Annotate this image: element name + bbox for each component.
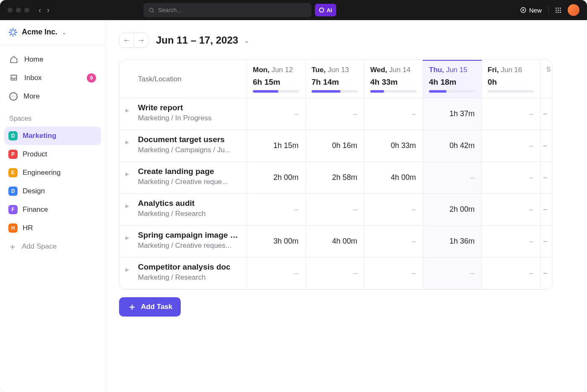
- ai-button[interactable]: AI: [315, 4, 336, 16]
- day-header[interactable]: Tue, Jun 137h 14m: [306, 60, 364, 98]
- task-path: Marketing / Research: [138, 273, 240, 282]
- user-avatar[interactable]: [568, 4, 579, 16]
- day-total: 4h 33m: [370, 78, 417, 87]
- svg-point-0: [149, 8, 153, 12]
- task-title: Competitor analysis doc: [138, 262, 240, 272]
- time-cell[interactable]: –: [482, 194, 540, 226]
- plus-icon: ＋: [127, 302, 137, 312]
- time-cell[interactable]: –: [247, 257, 306, 289]
- sidebar: Acme Inc. ⌄ Home Inbox 9: [0, 20, 106, 392]
- time-cell[interactable]: –: [482, 226, 540, 257]
- time-cell[interactable]: 0h 33m: [364, 130, 423, 162]
- time-cell[interactable]: 2h 00m: [423, 194, 482, 226]
- apps-grid-icon[interactable]: [556, 8, 561, 13]
- day-total: 4h 18m: [429, 78, 475, 87]
- space-tile-icon: F: [8, 205, 18, 214]
- expand-caret-icon[interactable]: ▶: [125, 171, 129, 177]
- time-cell[interactable]: –: [482, 98, 540, 130]
- task-row-label[interactable]: ▶Write reportMarketing / In Progress: [119, 98, 247, 130]
- date-range-picker[interactable]: ⌄: [244, 36, 249, 44]
- nav-inbox[interactable]: Inbox 9: [4, 69, 101, 87]
- sidebar-space-product[interactable]: PProduct: [4, 145, 101, 164]
- time-cell-overflow: –: [540, 162, 553, 194]
- time-cell[interactable]: –: [364, 194, 423, 226]
- expand-caret-icon[interactable]: ▶: [125, 267, 129, 273]
- space-tile-icon: D: [8, 131, 18, 140]
- time-cell[interactable]: 1h 37m: [423, 98, 482, 130]
- space-label: Design: [23, 187, 45, 195]
- task-row-label[interactable]: ▶Spring campaign image a...Marketing / C…: [119, 226, 247, 257]
- time-cell[interactable]: –: [482, 162, 540, 194]
- time-cell[interactable]: 3h 00m: [247, 226, 306, 257]
- search-input[interactable]: Search...: [143, 3, 312, 17]
- task-row-label[interactable]: ▶Analytics auditMarketing / Research: [119, 194, 247, 226]
- task-path: Marketing / Research: [138, 210, 240, 218]
- expand-caret-icon[interactable]: ▶: [125, 107, 129, 113]
- time-cell[interactable]: 0h 16m: [306, 130, 364, 162]
- task-path: Marketing / Creative reques...: [138, 241, 240, 250]
- sidebar-space-finance[interactable]: FFinance: [4, 200, 101, 219]
- add-task-button[interactable]: ＋ Add Task: [119, 297, 181, 317]
- time-cell[interactable]: –: [482, 130, 540, 162]
- time-cell[interactable]: –: [306, 257, 364, 289]
- expand-caret-icon[interactable]: ▶: [125, 235, 129, 241]
- task-row-label[interactable]: ▶Create landing pageMarketing / Creative…: [119, 162, 247, 194]
- task-row-label[interactable]: ▶Competitor analysis docMarketing / Rese…: [119, 257, 247, 289]
- prev-week-button[interactable]: ←: [119, 33, 134, 47]
- task-path: Marketing / Campaigns / Ju...: [138, 146, 240, 154]
- time-cell[interactable]: –: [306, 194, 364, 226]
- expand-caret-icon[interactable]: ▶: [125, 139, 129, 145]
- max-window-dot[interactable]: [24, 8, 29, 13]
- time-cell[interactable]: 2h 58m: [306, 162, 364, 194]
- close-window-dot[interactable]: [8, 8, 13, 13]
- day-header[interactable]: Thu, Jun 154h 18m: [423, 60, 482, 98]
- inbox-badge: 9: [87, 73, 96, 83]
- time-cell[interactable]: 0h 42m: [423, 130, 482, 162]
- time-cell[interactable]: 4h 00m: [306, 226, 364, 257]
- history-forward-icon[interactable]: ›: [47, 6, 49, 15]
- titlebar: ‹ › Search... AI New: [0, 0, 587, 20]
- sidebar-space-engineering[interactable]: EEngineering: [4, 164, 101, 182]
- time-cell[interactable]: –: [364, 98, 423, 130]
- time-cell[interactable]: 1h 36m: [423, 226, 482, 257]
- new-button[interactable]: New: [520, 7, 542, 14]
- time-cell[interactable]: –: [364, 257, 423, 289]
- min-window-dot[interactable]: [16, 8, 21, 13]
- task-path: Marketing / In Progress: [138, 114, 240, 122]
- ai-icon: [319, 8, 324, 13]
- history-back-icon[interactable]: ‹: [39, 6, 41, 15]
- svg-line-12: [14, 29, 16, 31]
- time-cell[interactable]: –: [423, 257, 482, 289]
- window-controls[interactable]: [8, 8, 29, 13]
- time-cell[interactable]: –: [364, 226, 423, 257]
- space-label: Engineering: [23, 169, 61, 177]
- home-icon: [9, 55, 18, 64]
- svg-line-10: [14, 34, 16, 35]
- day-header[interactable]: Mon, Jun 126h 15m: [247, 60, 306, 98]
- nav-home[interactable]: Home: [4, 50, 101, 69]
- time-cell[interactable]: –: [306, 98, 364, 130]
- add-space-button[interactable]: ＋ Add Space: [0, 237, 105, 256]
- space-label: Finance: [23, 205, 48, 214]
- sidebar-space-design[interactable]: DDesign: [4, 182, 101, 200]
- time-cell[interactable]: –: [247, 194, 306, 226]
- day-header[interactable]: Wed, Jun 144h 33m: [364, 60, 423, 98]
- search-placeholder: Search...: [158, 7, 182, 13]
- day-header[interactable]: Fri, Jun 160h: [482, 60, 540, 98]
- next-week-button[interactable]: →: [134, 33, 148, 47]
- time-cell[interactable]: 1h 15m: [247, 130, 306, 162]
- time-cell[interactable]: 2h 00m: [247, 162, 306, 194]
- time-cell[interactable]: –: [482, 257, 540, 289]
- task-path: Marketing / Creative reque...: [138, 178, 240, 186]
- nav-more[interactable]: More: [4, 87, 101, 106]
- task-row-label[interactable]: ▶Document target usersMarketing / Campai…: [119, 130, 247, 162]
- workspace-switcher[interactable]: Acme Inc. ⌄: [0, 20, 105, 44]
- svg-line-9: [10, 29, 12, 31]
- time-cell[interactable]: 4h 00m: [364, 162, 423, 194]
- sidebar-space-hr[interactable]: HHR: [4, 219, 101, 237]
- time-cell[interactable]: –: [423, 162, 482, 194]
- sidebar-space-marketing[interactable]: DMarketing: [4, 127, 101, 145]
- more-icon: [9, 92, 18, 101]
- time-cell[interactable]: –: [247, 98, 306, 130]
- expand-caret-icon[interactable]: ▶: [125, 203, 129, 209]
